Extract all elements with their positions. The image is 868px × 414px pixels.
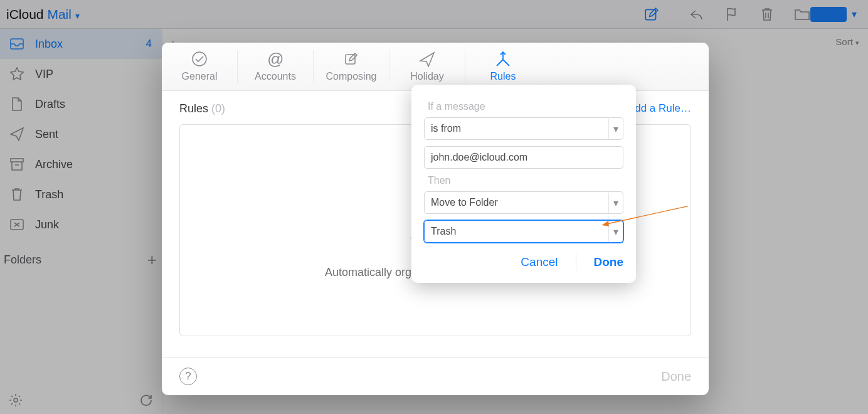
then-label: Then (428, 175, 623, 186)
preferences-done-button[interactable]: Done (661, 369, 691, 384)
sidebar-label: VIP (35, 68, 53, 81)
chevron-down-icon: ▾ (855, 39, 859, 46)
svg-rect-0 (645, 9, 655, 19)
rule-editor-popover: If a message is from ▾ john.doe@icloud.c… (411, 85, 636, 283)
tab-accounts[interactable]: @ Accounts (238, 50, 314, 83)
trash-icon (10, 188, 24, 201)
help-button[interactable]: ? (179, 368, 197, 385)
svg-rect-6 (346, 55, 355, 64)
tab-holiday[interactable]: Holiday (389, 50, 465, 83)
rules-heading: Rules (0) (179, 102, 225, 115)
sidebar: Inbox 4 VIP Drafts Sent Archive Trash Ju… (0, 29, 162, 414)
reply-icon[interactable] (689, 6, 705, 23)
junk-icon (10, 218, 24, 231)
sidebar-section-folders: Folders + (0, 247, 162, 272)
compose-icon (344, 51, 359, 67)
folder-icon[interactable] (794, 6, 810, 23)
sidebar-label: Archive (35, 158, 73, 171)
done-button[interactable]: Done (594, 255, 624, 269)
archive-icon (10, 157, 24, 171)
sidebar-label: Inbox (35, 38, 63, 51)
app-section: Mail (47, 7, 71, 21)
checkmark-circle-icon (191, 51, 208, 67)
sidebar-item-drafts[interactable]: Drafts (0, 89, 162, 119)
refresh-icon[interactable] (139, 393, 153, 410)
condition-select[interactable]: is from ▾ (424, 117, 623, 140)
chevron-down-icon[interactable]: ▾ (852, 8, 857, 20)
flag-icon[interactable] (724, 6, 740, 23)
address-input[interactable]: john.doe@icloud.com (424, 146, 623, 169)
folders-label: Folders (4, 253, 41, 267)
svg-rect-2 (11, 159, 23, 162)
chevron-down-icon: ▾ (608, 193, 623, 213)
action-select[interactable]: Move to Folder ▾ (424, 191, 623, 214)
chevron-down-icon: ▾ (75, 11, 80, 21)
trash-icon[interactable] (759, 6, 775, 23)
tab-rules[interactable]: Rules (465, 50, 541, 83)
paperplane-icon (10, 127, 24, 141)
cancel-button[interactable]: Cancel (521, 255, 558, 269)
inbox-count: 4 (146, 38, 152, 50)
airplane-icon (419, 51, 435, 67)
app-name: iCloud (6, 7, 44, 21)
at-icon: @ (267, 51, 283, 67)
sidebar-item-trash[interactable]: Trash (0, 179, 162, 210)
sidebar-item-vip[interactable]: VIP (0, 59, 162, 89)
sidebar-item-junk[interactable]: Junk (0, 210, 162, 240)
inbox-icon (10, 37, 24, 51)
svg-point-4 (14, 398, 18, 402)
compose-icon[interactable] (643, 6, 660, 23)
account-badge[interactable] (810, 7, 847, 22)
chevron-down-icon: ▾ (608, 221, 623, 242)
svg-point-5 (193, 52, 206, 66)
sidebar-label: Sent (35, 128, 58, 141)
target-folder-select[interactable]: Trash ▾ (424, 220, 623, 243)
sidebar-label: Junk (35, 218, 59, 231)
chevron-down-icon: ▾ (608, 119, 623, 139)
sidebar-label: Trash (35, 188, 63, 201)
gear-icon[interactable] (9, 393, 23, 410)
tab-general[interactable]: General (162, 50, 238, 83)
app-title[interactable]: iCloud Mail ▾ (6, 7, 80, 22)
sidebar-item-archive[interactable]: Archive (0, 149, 162, 179)
sidebar-label: Drafts (35, 98, 65, 111)
add-rule-button[interactable]: Add a Rule… (628, 102, 691, 115)
rules-count: (0) (211, 102, 225, 115)
sidebar-item-inbox[interactable]: Inbox 4 (0, 29, 162, 59)
if-label: If a message (428, 101, 623, 112)
tab-composing[interactable]: Composing (314, 50, 389, 83)
sidebar-item-sent[interactable]: Sent (0, 119, 162, 149)
document-icon (10, 97, 24, 111)
rules-icon (494, 51, 512, 67)
star-icon (10, 67, 24, 81)
sort-button[interactable]: Sort ▾ (835, 36, 859, 47)
